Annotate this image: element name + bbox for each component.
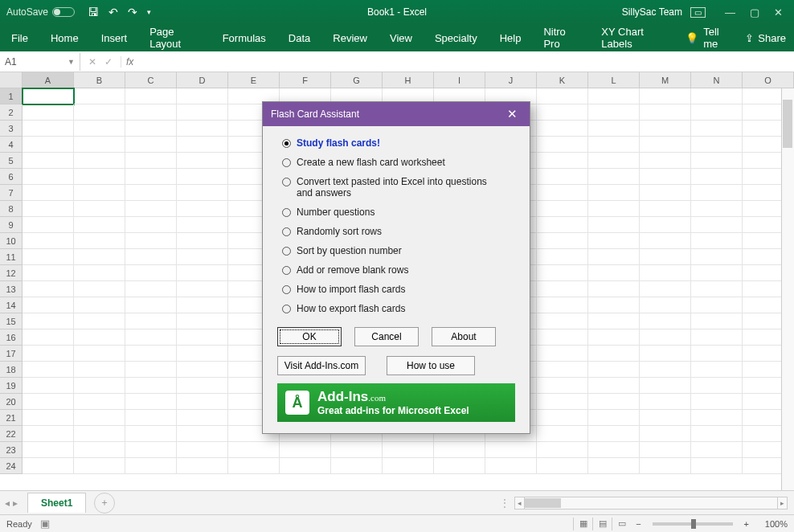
undo-icon[interactable]: ↶ [108,6,118,18]
cell[interactable] [177,346,228,362]
cell[interactable] [485,458,537,474]
cell[interactable] [537,442,588,458]
scrollbar-thumb[interactable] [525,498,561,508]
cell[interactable] [691,153,743,169]
cell[interactable] [691,426,743,442]
cell[interactable] [691,458,743,474]
cell[interactable] [23,297,74,313]
cell[interactable] [640,394,691,410]
sheet-tab[interactable]: Sheet1 [27,493,86,513]
cell[interactable] [588,394,640,410]
cell[interactable] [23,153,74,169]
cell[interactable] [588,104,640,121]
cell[interactable] [125,137,177,153]
cell[interactable] [74,104,125,121]
chevron-right-icon[interactable]: ▸ [777,497,787,509]
row-header[interactable]: 2 [0,104,23,121]
cell[interactable] [691,378,743,394]
cell[interactable] [537,88,588,104]
cell[interactable] [23,410,74,426]
cancel-icon[interactable]: ✕ [88,56,96,68]
cell[interactable] [537,458,588,474]
zoom-in-icon[interactable]: + [739,519,754,529]
cell[interactable] [588,233,640,249]
cell[interactable] [588,458,640,474]
cell[interactable] [74,378,125,394]
tab-page-layout[interactable]: Page Layout [138,24,211,51]
cell[interactable] [125,249,177,265]
cell[interactable] [640,185,691,201]
cell[interactable] [537,394,588,410]
cell[interactable] [23,426,74,442]
cell[interactable] [177,362,228,378]
col-header[interactable]: K [537,72,588,88]
cell[interactable] [383,458,434,474]
row-header[interactable]: 18 [0,362,23,378]
cell[interactable] [125,169,177,185]
cell[interactable] [23,88,74,104]
col-header[interactable]: C [125,72,177,88]
row-header[interactable]: 5 [0,153,23,169]
cell[interactable] [691,410,743,426]
cell[interactable] [537,249,588,265]
cell[interactable] [74,313,125,329]
cell[interactable] [537,217,588,233]
cell[interactable] [74,346,125,362]
cell[interactable] [588,217,640,233]
cell[interactable] [177,313,228,329]
cell[interactable] [640,233,691,249]
cell[interactable] [588,201,640,217]
cell[interactable] [485,442,537,458]
tab-insert[interactable]: Insert [90,24,139,51]
cell[interactable] [23,121,74,137]
cell[interactable] [588,153,640,169]
col-header[interactable]: B [74,72,125,88]
view-normal-icon[interactable]: ▦ [573,518,592,530]
cell[interactable] [691,362,743,378]
cell[interactable] [74,121,125,137]
cell[interactable] [537,362,588,378]
share-button[interactable]: ⇪ Share [737,32,794,44]
qat-dropdown-icon[interactable]: ▾ [147,8,151,16]
cell[interactable] [640,410,691,426]
cell[interactable] [74,185,125,201]
redo-icon[interactable]: ↷ [128,6,137,18]
cell[interactable] [125,201,177,217]
cell[interactable] [640,88,691,104]
cell[interactable] [125,329,177,346]
user-area[interactable]: SillySac Team ▭ [622,6,706,18]
cell[interactable] [177,458,228,474]
cell[interactable] [74,458,125,474]
cell[interactable] [383,442,434,458]
close-icon[interactable]: ✕ [774,6,783,18]
row-header[interactable]: 22 [0,426,23,442]
cell[interactable] [74,362,125,378]
cell[interactable] [537,185,588,201]
cell[interactable] [588,442,640,458]
cell[interactable] [640,426,691,442]
row-header[interactable]: 12 [0,265,23,281]
cell[interactable] [537,410,588,426]
cell[interactable] [23,217,74,233]
cell[interactable] [177,201,228,217]
row-header[interactable]: 19 [0,378,23,394]
cell[interactable] [640,104,691,121]
row-header[interactable]: 4 [0,137,23,153]
cell[interactable] [537,201,588,217]
cell[interactable] [588,137,640,153]
row-header[interactable]: 11 [0,249,23,265]
cell[interactable] [640,169,691,185]
enter-icon[interactable]: ✓ [104,56,113,68]
ribbon-display-icon[interactable]: ▭ [690,7,706,18]
cell[interactable] [125,313,177,329]
col-header[interactable]: E [228,72,280,88]
cell[interactable] [125,217,177,233]
cell[interactable] [125,458,177,474]
cell[interactable] [691,394,743,410]
cell[interactable] [23,378,74,394]
fx-label[interactable]: fx [121,56,138,68]
row-header[interactable]: 7 [0,185,23,201]
cell[interactable] [74,442,125,458]
cell[interactable] [640,329,691,346]
name-box[interactable]: A1 ▼ [0,53,80,71]
